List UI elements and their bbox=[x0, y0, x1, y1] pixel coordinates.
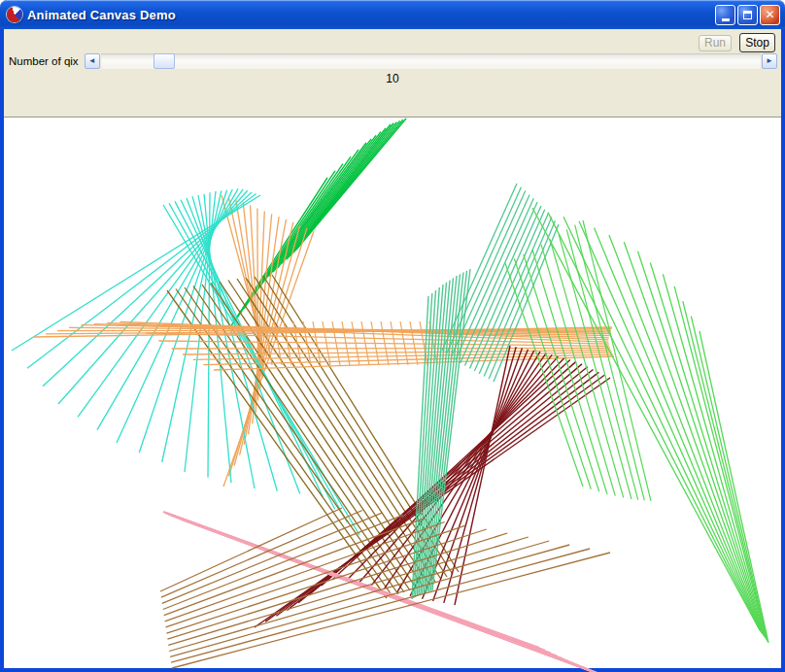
scrollbar-left-arrow[interactable]: ◄ bbox=[85, 53, 100, 69]
close-button[interactable]: ✕ bbox=[760, 5, 780, 25]
stop-button[interactable]: Stop bbox=[739, 33, 775, 52]
toolbar: Run Stop bbox=[4, 29, 781, 52]
run-button[interactable]: Run bbox=[699, 35, 732, 51]
app-window: Animated Canvas Demo ✕ Run Stop Number o… bbox=[0, 0, 785, 672]
client-area: Run Stop Number of qix ◄ ► 10 bbox=[4, 29, 781, 668]
scrollbar-thumb[interactable] bbox=[154, 53, 175, 69]
minimize-button[interactable] bbox=[715, 5, 735, 25]
app-icon[interactable] bbox=[7, 7, 22, 22]
window-title: Animated Canvas Demo bbox=[27, 8, 176, 22]
qix-count-label: Number of qix bbox=[9, 55, 79, 67]
qix-pink-band bbox=[163, 512, 620, 672]
qix-count-value: 10 bbox=[386, 72, 398, 85]
scrollbar-trough[interactable] bbox=[101, 53, 761, 69]
qix-canvas bbox=[4, 117, 781, 668]
titlebar[interactable]: Animated Canvas Demo ✕ bbox=[0, 0, 785, 29]
qix-count-value-row: 10 bbox=[4, 70, 781, 86]
maximize-icon bbox=[743, 11, 752, 19]
scrollbar-right-arrow[interactable]: ► bbox=[762, 53, 777, 69]
qix-green-top bbox=[230, 118, 406, 327]
qix-green-right-fan bbox=[532, 208, 768, 643]
maximize-button[interactable] bbox=[737, 5, 758, 25]
close-icon: ✕ bbox=[765, 9, 774, 20]
qix-count-scrollbar-row: Number of qix ◄ ► bbox=[4, 52, 781, 70]
qix-seagreen-pillar bbox=[412, 269, 470, 599]
minimize-icon bbox=[722, 18, 730, 21]
window-controls: ✕ bbox=[715, 5, 780, 25]
qix-lines bbox=[4, 118, 781, 672]
